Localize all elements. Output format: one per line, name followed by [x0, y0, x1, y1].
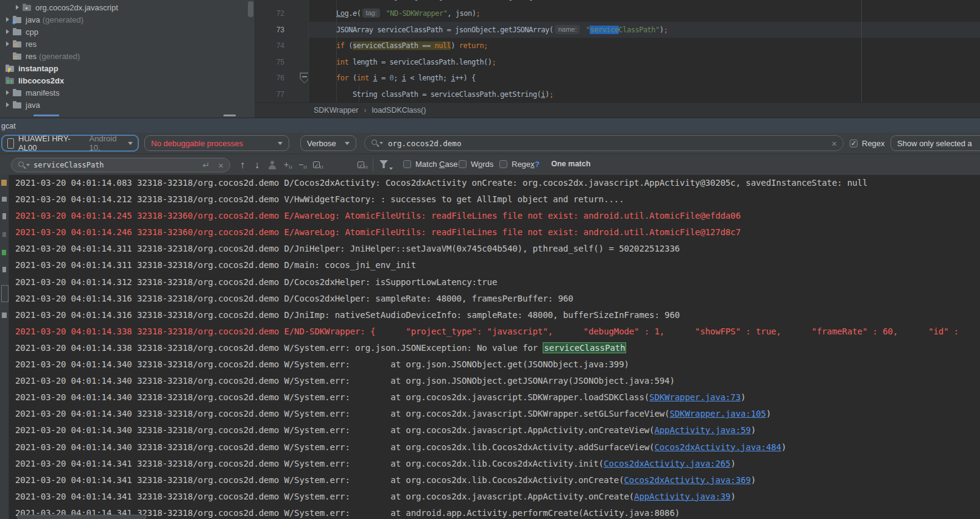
log-row: 2021-03-20 04:01:14.340 32318-32318/org.… — [15, 389, 959, 406]
chevron-down-icon — [389, 168, 393, 170]
expand-arrow-icon[interactable] — [16, 5, 19, 10]
next-occurrence-icon[interactable]: ↓ — [255, 158, 259, 172]
line-number: 72 — [255, 5, 284, 22]
log-timestamp: 2021-03-20 04:01:14.083 — [15, 178, 137, 188]
regex-option[interactable]: Regex — [499, 160, 535, 169]
clear-icon[interactable]: × — [218, 161, 224, 170]
line-number: 77 — [255, 86, 284, 103]
log-message: D/JniHelper: JniHelper::setJavaVM(0x745c… — [284, 244, 680, 253]
device-selector[interactable]: HUAWEI HRY-AL00 Android 10, — [1, 135, 139, 152]
tree-item-org-cocos2dx-javascript[interactable]: org.cocos2dx.javascript — [0, 1, 255, 13]
stacktrace-link[interactable]: AppActivity.java:59 — [654, 425, 750, 435]
log-message: V/HwWidgetFactory: : successes to get Al… — [284, 194, 624, 204]
log-message: W/System.err: at org.cocos2dx.lib.Cocos2… — [284, 442, 654, 452]
log-message: E/AwareLog: AtomicFileUtils: readFileLin… — [284, 211, 741, 221]
log-process: 32318-32318/org.cocos2d.demo — [137, 425, 284, 435]
chevron-down-icon — [345, 142, 350, 145]
checkbox-icon[interactable] — [403, 160, 411, 168]
log-process: 32318-32318/org.cocos2d.demo — [137, 260, 284, 270]
remove-filter-icon[interactable]: −II — [298, 159, 308, 173]
log-process: 32318-32318/org.cocos2d.demo — [137, 359, 284, 369]
tree-item-res[interactable]: res (generated) — [0, 50, 255, 62]
log-message: W/System.err: at org.cocos2dx.javascript… — [284, 492, 634, 501]
line-number: 73 — [255, 22, 284, 38]
log-process: 32318-32318/org.cocos2d.demo — [137, 409, 284, 418]
stacktrace-link[interactable]: SDKWrapper.java:105 — [669, 409, 766, 418]
horizontal-scrollbar-thumb[interactable] — [17, 515, 146, 519]
log-row: 2021-03-20 04:01:14.312 32318-32318/org.… — [15, 274, 959, 291]
log-message: W/System.err: at android.app.Activity.pe… — [284, 508, 680, 518]
log-message: ) — [781, 442, 786, 452]
filter-icon[interactable] — [379, 160, 388, 168]
stacktrace-link[interactable]: SDKWrapper.java:73 — [649, 392, 741, 402]
help-icon[interactable]: ? — [535, 160, 540, 169]
code-editor[interactable]: JSONObject jsonObject = new JSONObject(j… — [309, 0, 980, 102]
tree-item-res[interactable]: res — [0, 38, 255, 50]
show-only-selected-selector[interactable]: Show only selected a — [890, 135, 980, 151]
filter-list-icon[interactable]: ✓II — [313, 159, 323, 173]
log-row: 2021-03-20 04:01:14.340 32318-32318/org.… — [15, 439, 959, 456]
log-output[interactable]: 2021-03-20 04:01:14.083 32318-32318/org.… — [0, 175, 980, 519]
add-filter-icon[interactable]: +II — [284, 159, 293, 173]
log-row: 2021-03-20 04:01:14.212 32318-32318/org.… — [15, 191, 959, 208]
tree-item-java[interactable]: java (generated) — [0, 13, 255, 26]
tree-scrollbar-thumb[interactable] — [248, 1, 253, 17]
stacktrace-link[interactable]: Cocos2dxActivity.java:265 — [604, 459, 730, 468]
expand-arrow-icon[interactable] — [6, 17, 9, 22]
log-timestamp: 2021-03-20 04:01:14.340 — [15, 376, 137, 386]
checkbox-icon[interactable] — [499, 160, 507, 168]
log-timestamp: 2021-03-20 04:01:14.312 — [15, 277, 137, 287]
log-message: E/AwareLog: AtomicFileUtils: readFileLin… — [284, 227, 741, 237]
log-message: ) — [741, 392, 746, 402]
process-status: No debuggable processes — [151, 139, 243, 148]
logcat-filter-input[interactable]: org.cocos2d.demo × — [364, 135, 844, 151]
log-timestamp: 2021-03-20 04:01:14.341 — [15, 492, 137, 501]
checkbox-icon[interactable] — [459, 160, 467, 168]
tree-item-java[interactable]: java — [0, 99, 255, 111]
find-input[interactable]: serviceClassPath ↵ × — [11, 158, 230, 172]
stacktrace-link[interactable]: AppActivity.java:39 — [634, 492, 730, 501]
expand-arrow-icon[interactable] — [6, 29, 9, 34]
log-message: W/System.err: at org.json.JSONObject.get… — [284, 359, 629, 369]
logcat-tool-window-header[interactable]: gcat — [0, 118, 980, 133]
log-process: 32318-32318/org.cocos2d.demo — [137, 475, 284, 485]
code-line-74: if (serviceClassPath == null) return; — [336, 38, 488, 54]
match-case-option[interactable]: Match Case — [403, 160, 457, 169]
log-message: ) — [730, 459, 735, 468]
checkbox-checked-icon[interactable]: ✓ — [850, 139, 858, 147]
tree-item-manifests[interactable]: manifests — [0, 86, 255, 99]
words-option[interactable]: Words — [459, 160, 493, 169]
logcat-toolbar: HUAWEI HRY-AL00 Android 10, No debuggabl… — [0, 133, 980, 154]
expand-arrow-icon[interactable] — [6, 90, 9, 95]
stacktrace-link[interactable]: Cocos2dxActivity.java:369 — [624, 475, 750, 485]
expand-arrow-icon[interactable] — [6, 41, 9, 46]
logcat-tab[interactable]: gcat — [1, 122, 16, 130]
regex-toggle[interactable]: ✓ Regex — [850, 139, 885, 148]
log-row: 2021-03-20 04:01:14.311 32318-32318/org.… — [15, 257, 959, 274]
log-message: W/System.err: at org.cocos2dx.lib.Cocos2… — [284, 475, 624, 485]
stacktrace-link[interactable]: Cocos2dxActivity.java:484 — [654, 442, 781, 452]
clear-icon[interactable]: × — [831, 139, 837, 148]
expand-arrow-icon[interactable] — [6, 102, 9, 107]
log-row: 2021-03-20 04:01:14.341 32318-32318/org.… — [15, 505, 959, 519]
breadcrumb-class[interactable]: SDKWrapper — [314, 106, 358, 115]
previous-occurrence-icon[interactable]: ↑ — [240, 158, 245, 172]
gen-folder-icon — [12, 15, 23, 24]
folder-folder-icon — [12, 88, 23, 97]
log-message: ) — [730, 492, 735, 501]
tree-item-cpp[interactable]: cpp — [0, 26, 255, 38]
process-selector[interactable]: No debuggable processes — [144, 135, 289, 151]
tree-item-instantapp[interactable]: instantapp — [0, 62, 255, 74]
log-message: ) — [766, 409, 771, 418]
project-tree-panel: org.cocos2dx.javascriptjava (generated)c… — [0, 0, 255, 118]
breadcrumb-method[interactable]: loadSDKClass() — [372, 106, 426, 115]
clipped-tree-item — [224, 115, 236, 116]
log-level-selector[interactable]: Verbose — [300, 135, 356, 151]
log-process: 32318-32318/org.cocos2d.demo — [137, 492, 284, 501]
tree-item-libcocos2dx[interactable]: libcocos2dx — [0, 74, 255, 86]
find-in-selection-icon[interactable] — [268, 161, 277, 169]
code-line-72: Log.e(tag: "ND-SDKWrapper", json); — [336, 5, 480, 22]
select-filters-icon[interactable]: ✓II — [358, 159, 368, 173]
log-process: 32318-32318/org.cocos2d.demo — [137, 244, 284, 253]
log-timestamp: 2021-03-20 04:01:14.212 — [15, 194, 137, 204]
